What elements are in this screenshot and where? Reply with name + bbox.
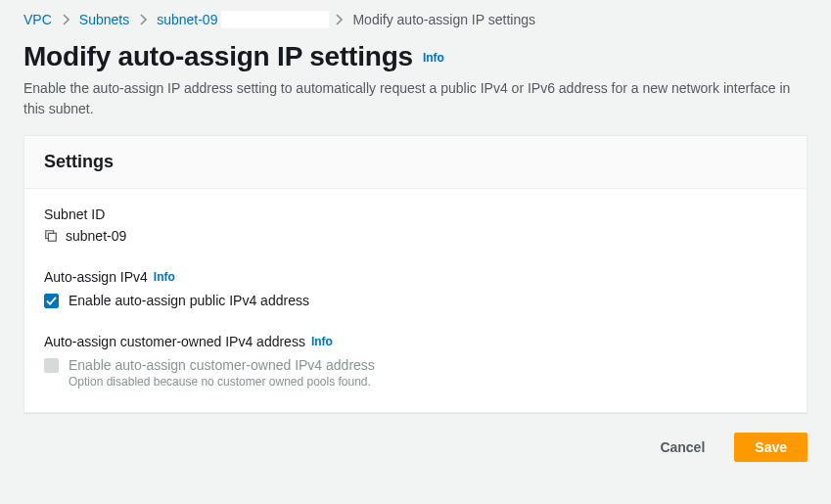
page-description: Enable the auto-assign IP address settin… [23, 78, 807, 119]
page-header: Modify auto-assign IP settings Info Enab… [23, 41, 808, 119]
info-link[interactable]: Info [154, 270, 175, 284]
panel-header: Settings [24, 136, 807, 189]
enable-customer-ipv4-label: Enable auto-assign customer-owned IPv4 a… [69, 357, 375, 373]
action-bar: Cancel Save [23, 433, 808, 462]
subnet-id-label: Subnet ID [44, 206, 787, 222]
enable-ipv4-checkbox[interactable] [44, 294, 59, 308]
save-button[interactable]: Save [734, 433, 808, 462]
breadcrumb-current: Modify auto-assign IP settings [352, 12, 535, 27]
breadcrumb-link-subnets[interactable]: Subnets [79, 12, 129, 27]
page-title: Modify auto-assign IP settings [23, 41, 413, 72]
settings-panel: Settings Subnet ID subnet-09 Auto-ass [23, 135, 808, 413]
cancel-button[interactable]: Cancel [640, 433, 724, 462]
auto-assign-ipv4-heading: Auto-assign IPv4 Info [44, 269, 787, 285]
check-icon [46, 297, 57, 305]
copy-icon[interactable] [44, 229, 58, 243]
svg-rect-0 [48, 233, 56, 241]
breadcrumb-link-vpc[interactable]: VPC [23, 12, 52, 27]
customer-ipv4-helper: Option disabled because no customer owne… [69, 375, 787, 389]
redaction-overlay [221, 11, 329, 28]
chevron-right-icon [335, 14, 343, 25]
redaction-overlay [134, 227, 252, 245]
auto-assign-customer-ipv4-heading: Auto-assign customer-owned IPv4 address … [44, 334, 787, 349]
info-link[interactable]: Info [311, 335, 333, 348]
enable-customer-ipv4-checkbox [44, 358, 59, 373]
info-link[interactable]: Info [423, 51, 444, 65]
chevron-right-icon [139, 14, 147, 25]
breadcrumb-link-subnet-id[interactable]: subnet-09 [157, 12, 217, 27]
panel-title: Settings [44, 152, 787, 172]
subnet-id-value: subnet-09 [66, 228, 267, 244]
chevron-right-icon [62, 14, 69, 25]
enable-ipv4-label: Enable auto-assign public IPv4 address [69, 293, 309, 308]
breadcrumb: VPC Subnets subnet-09 Modify auto-assign… [23, 12, 808, 27]
